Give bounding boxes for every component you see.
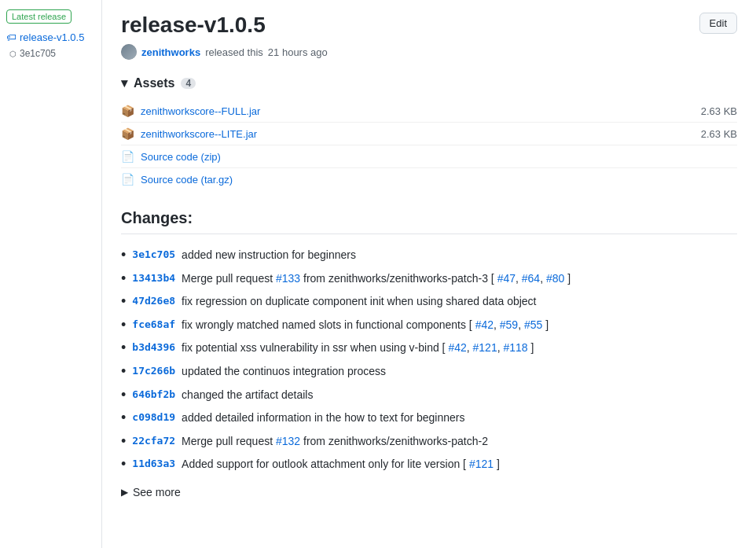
changes-title: Changes: — [121, 209, 737, 234]
bullet: • — [121, 387, 126, 404]
commit-hash[interactable]: 3e1c705 — [132, 247, 175, 263]
issue-link[interactable]: #47 — [497, 272, 516, 285]
commit-hash[interactable]: b3d4396 — [132, 340, 175, 355]
issue-link[interactable]: #64 — [522, 272, 540, 285]
assets-title: Assets — [134, 76, 174, 90]
tag-icon: 🏷 — [6, 31, 17, 43]
bullet: • — [121, 456, 126, 473]
asset-lite-jar-size: 2.63 KB — [701, 128, 737, 140]
issue-link[interactable]: #80 — [546, 272, 564, 285]
pr-link[interactable]: #133 — [276, 272, 300, 285]
commit-hash[interactable]: 646bf2b — [132, 387, 175, 403]
changes-list: • 3e1c705 added new instruction for begi… — [121, 247, 737, 473]
bullet: • — [121, 410, 126, 427]
tar-icon: 📄 — [121, 173, 134, 186]
commit-icon: ⬡ — [9, 50, 17, 58]
release-time: 21 hours ago — [268, 46, 328, 58]
avatar — [121, 44, 137, 60]
commit-hash[interactable]: 47d26e8 — [132, 293, 175, 309]
commit-text: Merge pull request #133 from zenithworks… — [182, 270, 571, 287]
assets-list: 📦 zenithworkscore--FULL.jar 2.63 KB 📦 ze… — [121, 100, 737, 190]
release-title: release-v1.0.5 — [121, 13, 266, 38]
asset-source-tar[interactable]: Source code (tar.gz) — [141, 174, 233, 186]
list-item: • 646bf2b changed the artifact details — [121, 387, 737, 404]
issue-link[interactable]: #118 — [503, 341, 527, 354]
list-item: • 11d63a3 Added support for outlook atta… — [121, 456, 737, 473]
sidebar-release-name[interactable]: 🏷 release-v1.0.5 — [6, 31, 95, 43]
jar-icon: 📦 — [121, 105, 134, 117]
commit-text: updated the continuos integration proces… — [182, 363, 386, 380]
asset-item: 📦 zenithworkscore--FULL.jar 2.63 KB — [121, 100, 737, 122]
sidebar-commit: ⬡ 3e1c705 — [6, 48, 95, 59]
sidebar: Latest release 🏷 release-v1.0.5 ⬡ 3e1c70… — [0, 0, 102, 548]
jar-icon-2: 📦 — [121, 127, 134, 140]
asset-item: 📄 Source code (tar.gz) — [121, 167, 737, 190]
asset-lite-jar[interactable]: zenithworkscore--LITE.jar — [141, 128, 257, 140]
bullet: • — [121, 247, 126, 264]
commit-hash[interactable]: c098d19 — [132, 410, 175, 425]
asset-full-jar[interactable]: zenithworkscore--FULL.jar — [141, 105, 260, 117]
list-item: • 17c266b updated the continuos integrat… — [121, 363, 737, 381]
pr-link[interactable]: #132 — [276, 435, 300, 447]
commit-text: Merge pull request #132 from zenithworks… — [182, 433, 488, 450]
bullet: • — [121, 433, 126, 451]
asset-item: 📄 Source code (zip) — [121, 145, 737, 167]
issue-link[interactable]: #121 — [473, 341, 497, 354]
commit-text: Added support for outlook attachment onl… — [182, 456, 500, 473]
edit-button[interactable]: Edit — [699, 13, 737, 34]
issue-link[interactable]: #42 — [475, 318, 494, 331]
issue-link[interactable]: #59 — [500, 318, 518, 331]
see-more-label: See more — [133, 486, 181, 498]
assets-section: ▾ Assets 4 📦 zenithworkscore--FULL.jar 2… — [121, 75, 737, 190]
changes-section: Changes: • 3e1c705 added new instruction… — [121, 209, 737, 498]
asset-source-zip[interactable]: Source code (zip) — [141, 151, 221, 163]
list-item: • b3d4396 fix potential xss vulnerabilit… — [121, 340, 737, 357]
zip-icon: 📄 — [121, 150, 134, 163]
commit-hash[interactable]: 22cfa72 — [132, 433, 175, 449]
commit-text: added detailed information in the how to… — [182, 410, 464, 426]
see-more-button[interactable]: ▶ See more — [121, 480, 737, 498]
author-action: released this — [205, 46, 263, 58]
list-item: • 13413b4 Merge pull request #133 from z… — [121, 270, 737, 288]
list-item: • fce68af fix wrongly matched named slot… — [121, 317, 737, 334]
chevron-right-icon: ▶ — [121, 487, 128, 498]
bullet: • — [121, 340, 126, 357]
commit-text: changed the artifact details — [182, 387, 313, 403]
issue-link[interactable]: #42 — [448, 341, 466, 354]
list-item: • c098d19 added detailed information in … — [121, 410, 737, 427]
page-layout: Latest release 🏷 release-v1.0.5 ⬡ 3e1c70… — [0, 0, 756, 548]
latest-release-badge: Latest release — [6, 9, 72, 24]
commit-hash[interactable]: 17c266b — [132, 363, 175, 379]
commit-text: fix regression on duplicate component in… — [182, 293, 536, 310]
author-name[interactable]: zenithworks — [141, 46, 200, 58]
commit-text: added new instruction for beginners — [182, 247, 356, 263]
bullet: • — [121, 363, 126, 381]
issue-link[interactable]: #55 — [524, 318, 542, 331]
release-header: release-v1.0.5 Edit — [121, 13, 737, 38]
commit-text: fix wrongly matched named slots in funct… — [182, 317, 549, 333]
bullet: • — [121, 317, 126, 334]
assets-header[interactable]: ▾ Assets 4 — [121, 75, 737, 90]
asset-full-jar-size: 2.63 KB — [701, 105, 737, 117]
bullet: • — [121, 270, 126, 288]
assets-chevron: ▾ — [121, 75, 127, 90]
assets-count: 4 — [181, 78, 196, 89]
commit-text: fix potential xss vulnerability in ssr w… — [182, 340, 534, 356]
author-line: zenithworks released this 21 hours ago — [121, 44, 737, 60]
asset-item: 📦 zenithworkscore--LITE.jar 2.63 KB — [121, 122, 737, 145]
commit-hash[interactable]: 13413b4 — [132, 270, 175, 286]
issue-link[interactable]: #121 — [469, 458, 494, 470]
list-item: • 3e1c705 added new instruction for begi… — [121, 247, 737, 264]
list-item: • 22cfa72 Merge pull request #132 from z… — [121, 433, 737, 451]
commit-hash[interactable]: 11d63a3 — [132, 456, 175, 472]
bullet: • — [121, 293, 126, 311]
main-content: release-v1.0.5 Edit zenithworks released… — [102, 0, 756, 548]
list-item: • 47d26e8 fix regression on duplicate co… — [121, 293, 737, 311]
commit-hash[interactable]: fce68af — [132, 317, 175, 333]
